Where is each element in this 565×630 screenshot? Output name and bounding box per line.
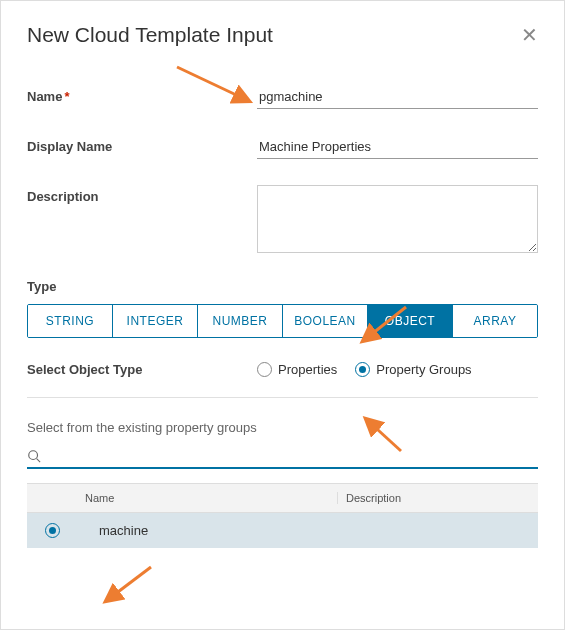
description-row: Description [27, 185, 538, 253]
radio-circle-icon [257, 362, 272, 377]
modal-header: New Cloud Template Input ✕ [27, 23, 538, 47]
description-label: Description [27, 185, 257, 204]
display-name-input[interactable] [257, 135, 538, 159]
col-description-header[interactable]: Description [337, 492, 538, 504]
radio-property-groups-label: Property Groups [376, 362, 471, 377]
type-btn-boolean[interactable]: BOOLEAN [283, 305, 368, 337]
new-cloud-template-input-modal: New Cloud Template Input ✕ Name* Display… [0, 0, 565, 630]
row-radio-cell [27, 523, 77, 538]
col-name-header[interactable]: Name [77, 492, 337, 504]
description-textarea[interactable] [257, 185, 538, 253]
name-row: Name* [27, 85, 538, 109]
col-radio [27, 492, 77, 504]
search-row[interactable] [27, 449, 538, 469]
radio-property-groups[interactable]: Property Groups [355, 362, 471, 377]
row-name: machine [77, 523, 337, 538]
type-btn-number[interactable]: NUMBER [198, 305, 283, 337]
property-groups-heading: Select from the existing property groups [27, 420, 538, 435]
radio-dot-icon [359, 366, 366, 373]
row-radio-icon[interactable] [45, 523, 60, 538]
object-type-row: Select Object Type Properties Property G… [27, 362, 538, 377]
annotation-arrow-icon [96, 561, 166, 611]
type-section: Type STRING INTEGER NUMBER BOOLEAN OBJEC… [27, 279, 538, 338]
type-button-group: STRING INTEGER NUMBER BOOLEAN OBJECT ARR… [27, 304, 538, 338]
type-btn-object[interactable]: OBJECT [368, 305, 453, 337]
type-btn-integer[interactable]: INTEGER [113, 305, 198, 337]
svg-line-9 [106, 567, 151, 601]
radio-properties[interactable]: Properties [257, 362, 337, 377]
object-type-options: Properties Property Groups [257, 362, 472, 377]
radio-circle-icon [355, 362, 370, 377]
type-label: Type [27, 279, 538, 294]
svg-point-0 [29, 451, 38, 460]
required-star-icon: * [64, 89, 69, 104]
close-icon[interactable]: ✕ [521, 25, 538, 45]
type-btn-array[interactable]: ARRAY [453, 305, 537, 337]
radio-dot-icon [49, 527, 56, 534]
display-name-label: Display Name [27, 135, 257, 154]
type-btn-string[interactable]: STRING [28, 305, 113, 337]
modal-title: New Cloud Template Input [27, 23, 273, 47]
radio-properties-label: Properties [278, 362, 337, 377]
name-label: Name* [27, 85, 257, 104]
object-type-label: Select Object Type [27, 362, 257, 377]
name-label-text: Name [27, 89, 62, 104]
search-icon [27, 449, 41, 463]
display-name-row: Display Name [27, 135, 538, 159]
table-row[interactable]: machine [27, 513, 538, 548]
divider [27, 397, 538, 398]
name-input[interactable] [257, 85, 538, 109]
table-header: Name Description [27, 483, 538, 513]
svg-line-1 [37, 459, 41, 463]
